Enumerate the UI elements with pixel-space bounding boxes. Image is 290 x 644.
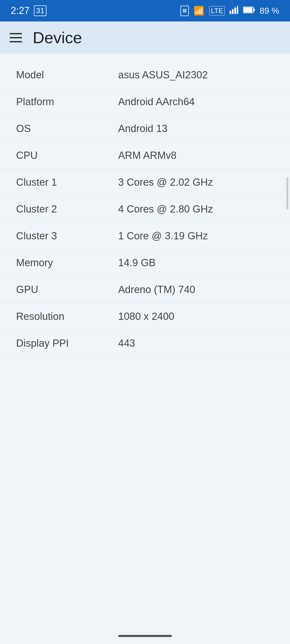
row-label-9: Resolution <box>16 311 118 322</box>
table-row: Display PPI443 <box>0 330 290 357</box>
row-value-10: 443 <box>118 338 135 349</box>
table-row: CPUARM ARMv8 <box>0 142 290 169</box>
row-value-6: 1 Core @ 3.19 GHz <box>118 230 208 242</box>
svg-rect-2 <box>234 8 236 14</box>
row-label-5: Cluster 2 <box>16 203 118 215</box>
home-indicator[interactable] <box>118 635 172 637</box>
svg-rect-5 <box>254 9 255 11</box>
hamburger-line-2 <box>10 37 22 38</box>
table-row: Modelasus ASUS_AI2302 <box>0 62 290 89</box>
svg-rect-3 <box>237 6 238 14</box>
status-right: ⌗ 📶 LTE 89 % <box>180 5 279 16</box>
row-value-2: Android 13 <box>118 123 168 134</box>
calendar-icon: 31 <box>34 5 46 16</box>
table-row: Cluster 13 Cores @ 2.02 GHz <box>0 169 290 196</box>
row-value-4: 3 Cores @ 2.02 GHz <box>118 177 213 188</box>
row-value-9: 290 x 644 <box>118 311 174 322</box>
svg-rect-6 <box>244 8 252 12</box>
battery-icon <box>243 6 255 16</box>
row-label-7: Memory <box>16 257 118 269</box>
menu-button[interactable] <box>10 33 22 42</box>
row-value-0: asus ASUS_AI2302 <box>118 69 208 81</box>
table-row: Resolution1080 x 2400 <box>0 303 290 330</box>
battery-percentage: 89 % <box>260 6 279 16</box>
status-bar: 2:27 31 ⌗ 📶 LTE 89 % <box>0 0 290 21</box>
svg-rect-1 <box>232 9 234 14</box>
table-row: PlatformAndroid AArch64 <box>0 89 290 115</box>
time-display: 2:27 <box>11 5 30 16</box>
content-area: Modelasus ASUS_AI2302PlatformAndroid AAr… <box>0 54 290 644</box>
row-label-3: CPU <box>16 150 118 161</box>
table-row: Cluster 24 Cores @ 2.80 GHz <box>0 196 290 223</box>
row-label-1: Platform <box>16 96 118 108</box>
row-value-5: 4 Cores @ 2.80 GHz <box>118 203 213 215</box>
table-row: Memory14.9 GB <box>0 250 290 276</box>
scroll-indicator <box>286 177 288 209</box>
device-info-table: Modelasus ASUS_AI2302PlatformAndroid AAr… <box>0 62 290 357</box>
row-label-4: Cluster 1 <box>16 177 118 188</box>
hamburger-line-1 <box>10 33 22 34</box>
row-label-10: Display PPI <box>16 338 118 349</box>
row-value-8: Adreno (TM) 740 <box>118 284 195 295</box>
row-label-6: Cluster 3 <box>16 230 118 242</box>
lte-icon: LTE <box>209 6 225 16</box>
wifi-icon: 📶 <box>194 6 204 16</box>
row-value-1: Android AArch64 <box>118 96 195 108</box>
svg-rect-0 <box>230 11 231 14</box>
table-row: GPUAdreno (TM) 740 <box>0 276 290 303</box>
signal-icon <box>230 5 238 16</box>
bottom-navigation-bar <box>0 628 290 644</box>
app-bar: Device <box>0 21 290 54</box>
kvm-icon: ⌗ <box>180 6 189 16</box>
empty-space <box>0 357 290 644</box>
table-row: OSAndroid 13 <box>0 115 290 142</box>
row-value-7: 14.9 GB <box>118 257 155 269</box>
row-label-2: OS <box>16 123 118 134</box>
row-label-0: Model <box>16 69 118 81</box>
row-label-8: GPU <box>16 284 118 295</box>
page-title: Device <box>33 28 82 47</box>
table-row: Cluster 31 Core @ 3.19 GHz <box>0 223 290 250</box>
row-value-3: ARM ARMv8 <box>118 150 176 161</box>
hamburger-line-3 <box>10 41 22 42</box>
status-left: 2:27 31 <box>11 5 46 16</box>
